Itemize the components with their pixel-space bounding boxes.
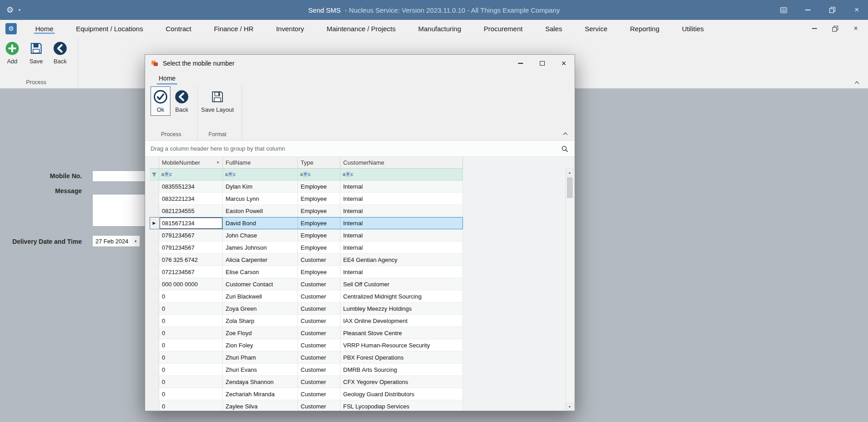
- vertical-scrollbar[interactable]: ▲ ▼: [566, 169, 573, 411]
- table-row[interactable]: ▶0815671234David BondEmployeeInternal: [150, 217, 463, 229]
- grid-cell[interactable]: Internal: [340, 229, 463, 242]
- grid-cell[interactable]: CFX Yegorev Operations: [340, 376, 463, 388]
- grid-cell[interactable]: Customer: [298, 278, 340, 290]
- tab-reporting[interactable]: Reporting: [618, 20, 670, 37]
- tab-maintenance-projects[interactable]: Maintenance / Projects: [315, 20, 407, 37]
- grid-cell[interactable]: Internal: [340, 205, 463, 217]
- column-header-type[interactable]: Type: [298, 157, 340, 169]
- grid-cell[interactable]: Customer: [298, 290, 340, 303]
- grid-cell[interactable]: 0821234555: [159, 205, 223, 217]
- back-button[interactable]: Back: [49, 38, 71, 67]
- tab-inventory[interactable]: Inventory: [265, 20, 316, 37]
- grid-cell[interactable]: Customer: [298, 351, 340, 364]
- grid-cell[interactable]: Easton Powell: [223, 205, 298, 217]
- table-row[interactable]: 000 000 0000Customer ContactCustomerSell…: [150, 278, 463, 290]
- table-row[interactable]: 0791234567John ChaseEmployeeInternal: [150, 229, 463, 242]
- dialog-titlebar[interactable]: Select the mobile number ×: [145, 55, 575, 72]
- grid-cell[interactable]: Alicia Carpenter: [223, 254, 298, 266]
- active-cell-editor[interactable]: 0815671234: [159, 217, 223, 229]
- grid-cell[interactable]: Dylan Kim: [223, 180, 298, 193]
- group-by-panel[interactable]: Drag a column header here to group by th…: [145, 141, 575, 157]
- grid-cell[interactable]: Employee: [298, 242, 340, 254]
- grid-cell[interactable]: Zaylee Silva: [223, 400, 298, 411]
- table-row[interactable]: 0835551234Dylan KimEmployeeInternal: [150, 180, 463, 193]
- dropdown-arrow-icon[interactable]: ▼: [132, 240, 140, 243]
- mdi-close-button[interactable]: ×: [852, 24, 860, 33]
- table-row[interactable]: 0Zhuri PhamCustomerPBX Forest Operations: [150, 351, 463, 364]
- save-layout-button[interactable]: Save Layout: [198, 86, 236, 116]
- close-button[interactable]: ×: [853, 6, 861, 14]
- filter-cell-fullname[interactable]: aBc: [223, 169, 298, 180]
- grid-cell[interactable]: Internal: [340, 180, 463, 193]
- table-row[interactable]: 0Zendaya ShannonCustomerCFX Yegorev Oper…: [150, 376, 463, 388]
- grid-cell[interactable]: VRRP Human-Resource Security: [340, 339, 463, 351]
- dialog-maximize-button[interactable]: [531, 55, 553, 72]
- table-row[interactable]: 0Zaylee SilvaCustomerFSL Lycopodiap Serv…: [150, 400, 463, 411]
- grid-cell[interactable]: 0: [159, 364, 223, 376]
- grid-cell[interactable]: Customer: [298, 400, 340, 411]
- mdi-restore-button[interactable]: [831, 24, 839, 33]
- column-header-mobilenumber[interactable]: MobileNumber ▼: [159, 157, 223, 169]
- grid-cell[interactable]: Centralized Midnight Sourcing: [340, 290, 463, 303]
- filter-cell-customername[interactable]: aBc: [340, 169, 463, 180]
- grid-cell[interactable]: Internal: [340, 266, 463, 278]
- grid-cell[interactable]: John Chase: [223, 229, 298, 242]
- tab-service[interactable]: Service: [573, 20, 618, 37]
- save-button[interactable]: Save: [25, 38, 47, 67]
- filter-cell-type[interactable]: aBc: [298, 169, 340, 180]
- grid-cell[interactable]: 0835551234: [159, 180, 223, 193]
- grid-cell[interactable]: Customer: [298, 303, 340, 315]
- grid-cell[interactable]: Customer: [298, 254, 340, 266]
- dialog-minimize-button[interactable]: [509, 55, 531, 72]
- scroll-down-icon[interactable]: ▼: [566, 403, 573, 411]
- grid-cell[interactable]: 0: [159, 351, 223, 364]
- table-row[interactable]: 0821234555Easton PowellEmployeeInternal: [150, 205, 463, 217]
- grid-cell[interactable]: Internal: [340, 193, 463, 205]
- table-row[interactable]: 0Zola SharpCustomerIAX Online Developmen…: [150, 315, 463, 327]
- grid-cell[interactable]: Employee: [298, 229, 340, 242]
- tab-home[interactable]: Home: [24, 20, 65, 37]
- tab-contract[interactable]: Contract: [154, 20, 203, 37]
- grid-cell[interactable]: Customer: [298, 376, 340, 388]
- grid-cell[interactable]: DMRB Arts Sourcing: [340, 364, 463, 376]
- grid-cell[interactable]: Zuri Blackwell: [223, 290, 298, 303]
- grid-cell[interactable]: 0791234567: [159, 242, 223, 254]
- table-row[interactable]: 0Zechariah MirandaCustomerGeology Guard …: [150, 388, 463, 400]
- grid-cell[interactable]: Employee: [298, 266, 340, 278]
- grid-cell[interactable]: Customer: [298, 327, 340, 339]
- table-row[interactable]: 0Zuri BlackwellCustomerCentralized Midni…: [150, 290, 463, 303]
- grid-cell[interactable]: Zoya Green: [223, 303, 298, 315]
- mdi-minimize-button[interactable]: [810, 24, 818, 33]
- ribbon-collapse-icon[interactable]: [854, 81, 860, 85]
- table-row[interactable]: 0Zhuri EvansCustomerDMRB Arts Sourcing: [150, 364, 463, 376]
- grid-cell[interactable]: 0: [159, 303, 223, 315]
- grid-cell[interactable]: 0832221234: [159, 193, 223, 205]
- ok-button[interactable]: Ok: [151, 86, 170, 116]
- column-header-customername[interactable]: CustomerName: [340, 157, 463, 169]
- tab-finance-hr[interactable]: Finance / HR: [203, 20, 265, 37]
- grid-cell[interactable]: 0: [159, 339, 223, 351]
- table-row[interactable]: 0791234567James JohnsonEmployeeInternal: [150, 242, 463, 254]
- grid-cell[interactable]: Pleasant Stove Centre: [340, 327, 463, 339]
- grid-cell[interactable]: EE4 Gentian Agency: [340, 254, 463, 266]
- grid-cell[interactable]: 0: [159, 315, 223, 327]
- grid-cell[interactable]: Employee: [298, 180, 340, 193]
- grid-cell[interactable]: Zoe Floyd: [223, 327, 298, 339]
- table-row[interactable]: 0Zion FoleyCustomerVRRP Human-Resource S…: [150, 339, 463, 351]
- grid-cell[interactable]: Zechariah Miranda: [223, 388, 298, 400]
- grid-cell[interactable]: Internal: [340, 242, 463, 254]
- dialog-close-button[interactable]: ×: [553, 55, 575, 72]
- tab-procurement[interactable]: Procurement: [472, 20, 534, 37]
- grid-cell[interactable]: Customer: [298, 364, 340, 376]
- grid-cell[interactable]: 0: [159, 376, 223, 388]
- tab-equipment-locations[interactable]: Equipment / Locations: [65, 20, 154, 37]
- grid-cell[interactable]: 0721234567: [159, 266, 223, 278]
- scroll-up-icon[interactable]: ▲: [566, 169, 573, 176]
- scrollbar-thumb[interactable]: [567, 177, 573, 198]
- grid-cell[interactable]: Customer: [298, 339, 340, 351]
- table-row[interactable]: 0721234567Elise CarsonEmployeeInternal: [150, 266, 463, 278]
- grid-cell[interactable]: Zhuri Evans: [223, 364, 298, 376]
- grid-cell[interactable]: IAX Online Development: [340, 315, 463, 327]
- grid-cell[interactable]: 0: [159, 327, 223, 339]
- grid-cell[interactable]: Zola Sharp: [223, 315, 298, 327]
